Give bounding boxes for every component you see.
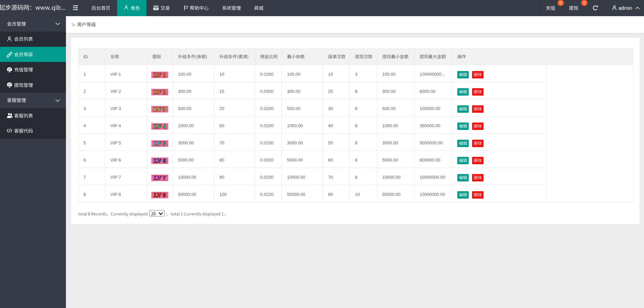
svg-text:LV 7: LV 7 — [154, 174, 166, 181]
svg-text:LV 8: LV 8 — [154, 192, 166, 198]
svg-text:LV 1: LV 1 — [154, 71, 166, 78]
svg-text:LV 5: LV 5 — [154, 140, 166, 147]
svg-text:LV 4: LV 4 — [154, 123, 166, 130]
svg-text:LV 6: LV 6 — [154, 157, 166, 164]
svg-text:LV 3: LV 3 — [154, 106, 166, 112]
svg-text:LV 2: LV 2 — [154, 89, 166, 95]
